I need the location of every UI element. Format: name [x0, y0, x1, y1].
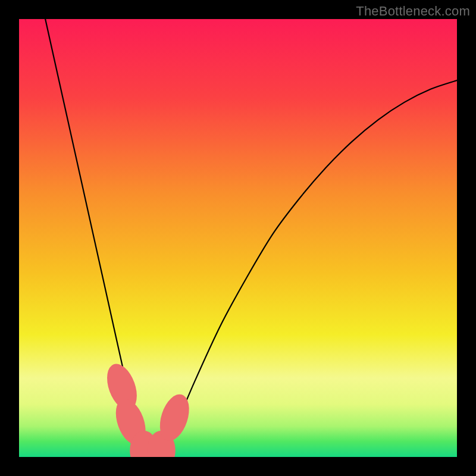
watermark-label: TheBottleneck.com — [356, 4, 470, 19]
gradient-background — [19, 19, 457, 457]
bottleneck-chart — [19, 19, 457, 457]
chart-frame — [19, 19, 457, 457]
